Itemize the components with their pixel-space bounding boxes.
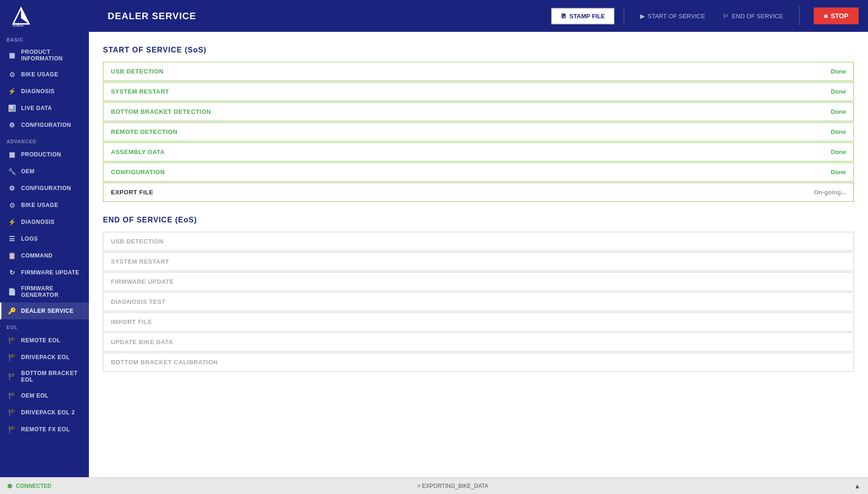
start-service-button[interactable]: ▶ START OF SERVICE xyxy=(634,9,712,23)
sidebar-label: REMOTE EOL xyxy=(21,337,60,344)
sidebar-item-bike-usage-basic[interactable]: ⊙ BIKE USAGE xyxy=(0,66,89,83)
step-label: USB DETECTION xyxy=(111,238,164,245)
status-arrow-icon: ▲ xyxy=(854,482,861,490)
table-row: SYSTEM RESTART xyxy=(103,252,854,271)
step-label: BOTTOM BRACKET CALIBRATION xyxy=(111,359,218,366)
step-label: SYSTEM RESTART xyxy=(111,258,169,265)
table-row: EXPORT FILE On-going... xyxy=(103,183,854,202)
step-label: UPDATE BIKE DATA xyxy=(111,339,173,346)
sidebar-item-logs[interactable]: ☰ LOGS xyxy=(0,230,89,247)
table-row: DIAGNOSIS TEST xyxy=(103,292,854,311)
sidebar-item-oem-eol[interactable]: 🏴 OEM EOL xyxy=(0,387,89,404)
sidebar-item-oem[interactable]: 🔧 OEM xyxy=(0,163,89,180)
sidebar-label: PRODUCTION xyxy=(21,151,61,158)
sidebar-label: OEM EOL xyxy=(21,392,49,399)
sos-title: START OF SERVICE (SoS) xyxy=(103,46,854,54)
page-title: DEALER SERVICE xyxy=(108,11,542,22)
status-left: CONNECTED xyxy=(7,483,51,489)
bike-icon: ⊙ xyxy=(8,70,16,79)
sidebar-label: PRODUCT INFORMATION xyxy=(21,49,82,62)
sidebar-item-bottom-bracket-eol[interactable]: 🏴 BOTTOM BRACKET EOL xyxy=(0,366,89,387)
connected-label: CONNECTED xyxy=(16,483,51,489)
step-status: Done xyxy=(831,68,846,75)
flag-remote-icon: 🏴 xyxy=(8,336,16,345)
flag-drivepack2-icon: 🏴 xyxy=(8,408,16,417)
step-label: CONFIGURATION xyxy=(111,169,165,176)
sidebar: BASIC ▦ PRODUCT INFORMATION ⊙ BIKE USAGE… xyxy=(0,32,89,477)
sidebar-label: DEALER SERVICE xyxy=(21,308,73,314)
sidebar-label: FIRMWARE UPDATE xyxy=(21,269,80,276)
sidebar-label: DIAGNOSIS xyxy=(21,219,55,225)
sidebar-item-production[interactable]: ▦ PRODUCTION xyxy=(0,146,89,163)
sidebar-item-configuration-basic[interactable]: ⚙ CONFIGURATION xyxy=(0,117,89,133)
sidebar-label: OEM xyxy=(21,168,35,175)
sidebar-item-drivepack-eol[interactable]: 🏴 DRIVEPACK EOL xyxy=(0,349,89,366)
step-label: BOTTOM BRACKET DETECTION xyxy=(111,108,211,115)
step-status: Done xyxy=(831,148,846,155)
sidebar-label: FIRMWARE GENERATOR xyxy=(21,285,82,298)
header-divider-1 xyxy=(624,7,624,25)
stamp-icon: 🖹 xyxy=(561,13,567,20)
sidebar-item-remote-fx-eol[interactable]: 🏴 REMOTE FX EOL xyxy=(0,421,89,438)
sidebar-section-advanced: ADVANCED xyxy=(0,133,89,146)
header-divider-2 xyxy=(799,7,800,25)
flag-icon: 🏳 xyxy=(723,13,729,20)
table-row: BOTTOM BRACKET DETECTION Done xyxy=(103,102,854,121)
step-label: SYSTEM RESTART xyxy=(111,88,169,95)
sidebar-item-diagnosis-basic[interactable]: ⚡ DIAGNOSIS xyxy=(0,83,89,100)
status-command: > EXPORTING_BIKE_DATA xyxy=(417,483,489,489)
sidebar-item-drivepack-eol-2[interactable]: 🏴 DRIVEPACK EOL 2 xyxy=(0,404,89,421)
sidebar-item-firmware-generator[interactable]: 📄 FIRMWARE GENERATOR xyxy=(0,281,89,302)
flag-drivepack-icon: 🏴 xyxy=(8,353,16,361)
stop-icon: ■ xyxy=(824,12,828,20)
firmware-gen-icon: 📄 xyxy=(8,288,16,296)
sidebar-label: LOGS xyxy=(21,236,38,242)
sidebar-item-diagnosis-adv[interactable]: ⚡ DIAGNOSIS xyxy=(0,214,89,230)
logs-icon: ☰ xyxy=(8,235,16,243)
sidebar-item-dealer-service[interactable]: 🔑 DEALER SERVICE xyxy=(0,302,89,319)
step-label: FIRMWARE UPDATE xyxy=(111,278,174,285)
table-row: REMOTE DETECTION Done xyxy=(103,122,854,141)
sos-steps: USB DETECTION Done SYSTEM RESTART Done B… xyxy=(103,62,854,202)
production-icon: ▦ xyxy=(8,150,16,159)
step-label: IMPORT FILE xyxy=(111,318,152,325)
table-row: ASSEMBLY DATA Done xyxy=(103,142,854,162)
header-actions: 🖹 STAMP FILE ▶ START OF SERVICE 🏳 END OF… xyxy=(551,7,859,25)
sidebar-label: DIAGNOSIS xyxy=(21,88,55,95)
table-row: USB DETECTION Done xyxy=(103,62,854,81)
stamp-file-button[interactable]: 🖹 STAMP FILE xyxy=(551,8,614,24)
sidebar-item-configuration-adv[interactable]: ⚙ CONFIGURATION xyxy=(0,180,89,197)
barcode-icon: ▦ xyxy=(8,51,16,59)
fazua-logo: Toolbox xyxy=(9,4,33,28)
table-row: FIRMWARE UPDATE xyxy=(103,272,854,291)
gear-adv-icon: ⚙ xyxy=(8,184,16,192)
table-row: BOTTOM BRACKET CALIBRATION xyxy=(103,353,854,372)
logo-area: Toolbox xyxy=(9,4,98,28)
main-layout: BASIC ▦ PRODUCT INFORMATION ⊙ BIKE USAGE… xyxy=(0,32,868,477)
end-service-button[interactable]: 🏳 END OF SERVICE xyxy=(716,9,790,23)
play-icon: ▶ xyxy=(640,13,645,20)
eos-section: END OF SERVICE (EoS) USB DETECTION SYSTE… xyxy=(103,216,854,372)
step-status: Done xyxy=(831,169,846,176)
sidebar-label: BIKE USAGE xyxy=(21,202,58,208)
step-status: Done xyxy=(831,88,846,95)
stop-button[interactable]: ■ STOP xyxy=(814,7,859,24)
sidebar-item-firmware-update[interactable]: ↻ FIRMWARE UPDATE xyxy=(0,264,89,281)
eos-steps: USB DETECTION SYSTEM RESTART FIRMWARE UP… xyxy=(103,232,854,372)
dealer-icon: 🔑 xyxy=(8,307,16,315)
table-row: CONFIGURATION Done xyxy=(103,162,854,182)
sidebar-item-bike-usage-adv[interactable]: ⊙ BIKE USAGE xyxy=(0,197,89,214)
step-label: EXPORT FILE xyxy=(111,189,153,196)
connected-indicator xyxy=(7,484,12,488)
step-label: DIAGNOSIS TEST xyxy=(111,298,166,305)
sidebar-item-remote-eol[interactable]: 🏴 REMOTE EOL xyxy=(0,332,89,349)
header: Toolbox DEALER SERVICE 🖹 STAMP FILE ▶ ST… xyxy=(0,0,868,32)
table-row: SYSTEM RESTART Done xyxy=(103,82,854,101)
sidebar-item-command[interactable]: 📋 COMMAND xyxy=(0,247,89,264)
sidebar-item-product-information[interactable]: ▦ PRODUCT INFORMATION xyxy=(0,44,89,66)
sidebar-label: BIKE USAGE xyxy=(21,71,58,78)
sidebar-section-eol: EOL xyxy=(0,319,89,332)
firmware-icon: ↻ xyxy=(8,268,16,277)
bike-adv-icon: ⊙ xyxy=(8,201,16,209)
sidebar-item-live-data[interactable]: 📊 LIVE DATA xyxy=(0,100,89,117)
